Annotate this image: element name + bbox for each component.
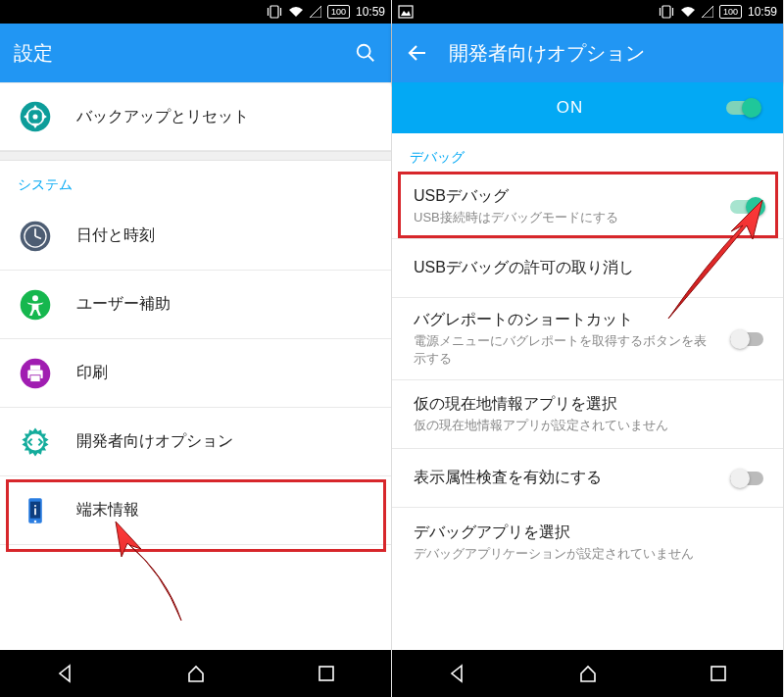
statusbar: 100 10:59 bbox=[0, 0, 391, 24]
svg-rect-24 bbox=[319, 667, 333, 680]
item-sublabel: 電源メニューにバグレポートを取得するボタンを表示する bbox=[414, 332, 707, 368]
item-mock-location[interactable]: 仮の現在地情報アプリを選択 仮の現在地情報アプリが設定されていません bbox=[392, 380, 783, 449]
svg-rect-26 bbox=[662, 6, 670, 18]
clock-icon bbox=[18, 219, 53, 254]
devoptions-list: ON デバッグ USBデバッグ USB接続時はデバッグモードにする USBデバッ… bbox=[392, 82, 783, 650]
home-button[interactable] bbox=[574, 660, 602, 687]
vibrate-icon bbox=[659, 5, 674, 19]
recent-button[interactable] bbox=[313, 660, 340, 687]
divider bbox=[0, 151, 391, 161]
section-debug: デバッグ bbox=[392, 133, 783, 174]
navbar bbox=[392, 650, 783, 697]
item-datetime[interactable]: 日付と時刻 bbox=[0, 202, 391, 271]
recent-button[interactable] bbox=[705, 660, 732, 687]
item-bugreport-shortcut[interactable]: バグレポートのショートカット 電源メニューにバグレポートを取得するボタンを表示す… bbox=[392, 298, 783, 380]
item-label: デバッグアプリを選択 bbox=[414, 523, 765, 543]
usb-debug-toggle[interactable] bbox=[730, 197, 765, 217]
svg-point-7 bbox=[32, 114, 37, 119]
item-select-debug-app[interactable]: デバッグアプリを選択 デバッグアプリケーションが設定されていません bbox=[392, 508, 783, 576]
item-backup-reset[interactable]: バックアップとリセット bbox=[0, 82, 391, 151]
item-label: バックアップとリセット bbox=[76, 107, 373, 127]
back-icon[interactable] bbox=[406, 41, 429, 65]
appbar-title: 設定 bbox=[14, 40, 334, 67]
appbar-title: 開発者向けオプション bbox=[449, 40, 769, 67]
item-usb-debug[interactable]: USBデバッグ USB接続時はデバッグモードにする bbox=[392, 174, 783, 239]
screen-right-devoptions: 100 10:59 開発者向けオプション ON デバッグ USBデバッグ USB… bbox=[392, 0, 784, 697]
svg-rect-16 bbox=[30, 365, 40, 370]
signal-icon bbox=[310, 6, 321, 18]
svg-rect-0 bbox=[270, 6, 278, 18]
battery-level: 100 bbox=[719, 5, 742, 19]
signal-icon bbox=[702, 6, 713, 18]
svg-point-13 bbox=[32, 295, 38, 301]
item-label: 印刷 bbox=[76, 363, 373, 383]
item-developer-options[interactable]: 開発者向けオプション bbox=[0, 408, 391, 476]
item-sublabel: デバッグアプリケーションが設定されていません bbox=[414, 545, 765, 563]
item-accessibility[interactable]: ユーザー補助 bbox=[0, 271, 391, 339]
viewattr-toggle[interactable] bbox=[730, 469, 765, 488]
statusbar: 100 10:59 bbox=[392, 0, 783, 24]
item-print[interactable]: 印刷 bbox=[0, 339, 391, 408]
svg-rect-17 bbox=[30, 374, 40, 381]
home-button[interactable] bbox=[182, 660, 210, 687]
on-label: ON bbox=[414, 98, 726, 118]
item-revoke-usb[interactable]: USBデバッグの許可の取り消し bbox=[392, 239, 783, 298]
item-sublabel: USB接続時はデバッグモードにする bbox=[414, 209, 707, 226]
battery-level: 100 bbox=[327, 5, 350, 19]
vibrate-icon bbox=[267, 5, 282, 19]
svg-point-22 bbox=[34, 504, 36, 506]
section-system: システム bbox=[0, 161, 391, 202]
print-icon bbox=[18, 356, 53, 391]
accessibility-icon bbox=[18, 287, 53, 323]
svg-rect-25 bbox=[399, 6, 413, 18]
item-label: 開発者向けオプション bbox=[76, 431, 373, 452]
item-label: 端末情報 bbox=[76, 500, 373, 521]
item-label: 表示属性検査を有効にする bbox=[414, 468, 707, 488]
item-label: 日付と時刻 bbox=[76, 225, 373, 246]
item-sublabel: 仮の現在地情報アプリが設定されていません bbox=[414, 417, 765, 434]
wifi-icon bbox=[288, 6, 304, 18]
developer-icon bbox=[18, 424, 53, 460]
bugreport-toggle[interactable] bbox=[730, 329, 765, 349]
appbar-left: 設定 bbox=[0, 24, 391, 82]
screen-left-settings: 100 10:59 設定 バックアップとリセット システム 日付と時刻 bbox=[0, 0, 392, 697]
settings-list: バックアップとリセット システム 日付と時刻 ユーザー補助 印刷 bbox=[0, 82, 391, 650]
master-toggle[interactable] bbox=[726, 98, 761, 118]
picture-icon bbox=[398, 5, 414, 19]
navbar bbox=[0, 650, 391, 697]
svg-rect-29 bbox=[711, 667, 725, 680]
svg-point-3 bbox=[358, 45, 370, 58]
svg-rect-23 bbox=[34, 508, 36, 515]
item-label: USBデバッグ bbox=[414, 186, 707, 207]
back-button[interactable] bbox=[52, 660, 79, 687]
item-label: ユーザー補助 bbox=[76, 294, 373, 315]
item-about-phone[interactable]: 端末情報 bbox=[0, 476, 391, 545]
item-label: バグレポートのショートカット bbox=[414, 310, 707, 330]
master-toggle-row[interactable]: ON bbox=[392, 82, 783, 133]
item-label: 仮の現在地情報アプリを選択 bbox=[414, 394, 765, 415]
backup-icon bbox=[18, 99, 53, 134]
item-view-attr-inspect[interactable]: 表示属性検査を有効にする bbox=[392, 449, 783, 508]
svg-point-21 bbox=[34, 520, 37, 523]
clock: 10:59 bbox=[748, 5, 777, 19]
search-icon[interactable] bbox=[354, 41, 377, 65]
wifi-icon bbox=[680, 6, 696, 18]
svg-line-4 bbox=[368, 56, 374, 62]
appbar-right: 開発者向けオプション bbox=[392, 24, 783, 82]
item-label: USBデバッグの許可の取り消し bbox=[414, 258, 765, 278]
clock: 10:59 bbox=[356, 5, 385, 19]
phone-info-icon bbox=[18, 493, 53, 528]
back-button[interactable] bbox=[444, 660, 471, 687]
